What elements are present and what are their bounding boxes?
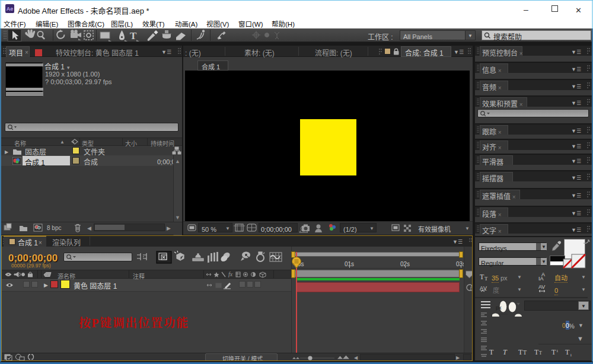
svg-text:T: T: [565, 348, 570, 356]
svg-text:T: T: [534, 348, 539, 356]
svg-text:T: T: [551, 348, 556, 356]
svg-text:T: T: [489, 348, 494, 356]
svg-text:T: T: [484, 276, 488, 281]
svg-text:IA: IA: [538, 276, 544, 281]
svg-text:AV: AV: [538, 284, 545, 290]
svg-text:T: T: [130, 30, 137, 41]
svg-text:T: T: [503, 348, 508, 356]
svg-text:T: T: [523, 349, 527, 356]
svg-text:T: T: [539, 350, 542, 356]
svg-text:fx: fx: [228, 271, 233, 277]
svg-text:px: px: [496, 305, 502, 311]
svg-text:1: 1: [556, 349, 559, 353]
svg-text:T: T: [518, 348, 523, 356]
svg-text:8 bpc: 8 bpc: [47, 225, 61, 231]
svg-text:T: T: [480, 273, 484, 281]
svg-text:A̲V̲: A̲V̲: [480, 285, 487, 291]
svg-text:1: 1: [570, 353, 572, 357]
